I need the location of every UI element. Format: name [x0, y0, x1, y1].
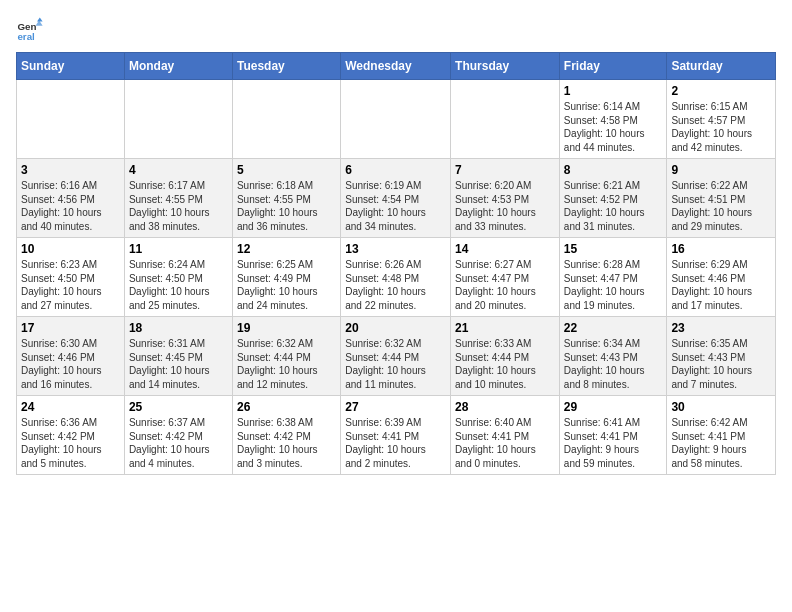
day-cell: 26Sunrise: 6:38 AM Sunset: 4:42 PM Dayli…: [232, 396, 340, 475]
day-number: 16: [671, 242, 771, 256]
day-number: 28: [455, 400, 555, 414]
day-cell: 28Sunrise: 6:40 AM Sunset: 4:41 PM Dayli…: [451, 396, 560, 475]
logo: Gen eral: [16, 16, 48, 44]
day-detail: Sunrise: 6:32 AM Sunset: 4:44 PM Dayligh…: [345, 337, 446, 391]
day-detail: Sunrise: 6:22 AM Sunset: 4:51 PM Dayligh…: [671, 179, 771, 233]
day-detail: Sunrise: 6:17 AM Sunset: 4:55 PM Dayligh…: [129, 179, 228, 233]
header: Gen eral: [16, 16, 776, 44]
day-cell: 10Sunrise: 6:23 AM Sunset: 4:50 PM Dayli…: [17, 238, 125, 317]
svg-marker-2: [37, 17, 43, 21]
day-number: 11: [129, 242, 228, 256]
day-cell: [124, 80, 232, 159]
day-number: 9: [671, 163, 771, 177]
day-detail: Sunrise: 6:34 AM Sunset: 4:43 PM Dayligh…: [564, 337, 663, 391]
day-number: 15: [564, 242, 663, 256]
day-detail: Sunrise: 6:19 AM Sunset: 4:54 PM Dayligh…: [345, 179, 446, 233]
day-detail: Sunrise: 6:28 AM Sunset: 4:47 PM Dayligh…: [564, 258, 663, 312]
day-detail: Sunrise: 6:27 AM Sunset: 4:47 PM Dayligh…: [455, 258, 555, 312]
day-detail: Sunrise: 6:18 AM Sunset: 4:55 PM Dayligh…: [237, 179, 336, 233]
day-detail: Sunrise: 6:42 AM Sunset: 4:41 PM Dayligh…: [671, 416, 771, 470]
day-cell: 18Sunrise: 6:31 AM Sunset: 4:45 PM Dayli…: [124, 317, 232, 396]
week-row-1: 1Sunrise: 6:14 AM Sunset: 4:58 PM Daylig…: [17, 80, 776, 159]
day-cell: 17Sunrise: 6:30 AM Sunset: 4:46 PM Dayli…: [17, 317, 125, 396]
day-cell: 2Sunrise: 6:15 AM Sunset: 4:57 PM Daylig…: [667, 80, 776, 159]
day-detail: Sunrise: 6:14 AM Sunset: 4:58 PM Dayligh…: [564, 100, 663, 154]
day-number: 5: [237, 163, 336, 177]
day-cell: 11Sunrise: 6:24 AM Sunset: 4:50 PM Dayli…: [124, 238, 232, 317]
week-row-2: 3Sunrise: 6:16 AM Sunset: 4:56 PM Daylig…: [17, 159, 776, 238]
day-detail: Sunrise: 6:35 AM Sunset: 4:43 PM Dayligh…: [671, 337, 771, 391]
day-cell: [451, 80, 560, 159]
week-row-4: 17Sunrise: 6:30 AM Sunset: 4:46 PM Dayli…: [17, 317, 776, 396]
day-cell: 13Sunrise: 6:26 AM Sunset: 4:48 PM Dayli…: [341, 238, 451, 317]
day-number: 24: [21, 400, 120, 414]
day-cell: 3Sunrise: 6:16 AM Sunset: 4:56 PM Daylig…: [17, 159, 125, 238]
calendar-table: SundayMondayTuesdayWednesdayThursdayFrid…: [16, 52, 776, 475]
day-cell: 9Sunrise: 6:22 AM Sunset: 4:51 PM Daylig…: [667, 159, 776, 238]
day-cell: 27Sunrise: 6:39 AM Sunset: 4:41 PM Dayli…: [341, 396, 451, 475]
day-cell: [232, 80, 340, 159]
day-number: 23: [671, 321, 771, 335]
header-cell-friday: Friday: [559, 53, 667, 80]
day-number: 27: [345, 400, 446, 414]
day-number: 30: [671, 400, 771, 414]
day-detail: Sunrise: 6:36 AM Sunset: 4:42 PM Dayligh…: [21, 416, 120, 470]
header-cell-tuesday: Tuesday: [232, 53, 340, 80]
day-number: 12: [237, 242, 336, 256]
day-detail: Sunrise: 6:39 AM Sunset: 4:41 PM Dayligh…: [345, 416, 446, 470]
day-cell: 22Sunrise: 6:34 AM Sunset: 4:43 PM Dayli…: [559, 317, 667, 396]
day-number: 2: [671, 84, 771, 98]
day-cell: 20Sunrise: 6:32 AM Sunset: 4:44 PM Dayli…: [341, 317, 451, 396]
day-detail: Sunrise: 6:25 AM Sunset: 4:49 PM Dayligh…: [237, 258, 336, 312]
header-row: SundayMondayTuesdayWednesdayThursdayFrid…: [17, 53, 776, 80]
day-cell: 29Sunrise: 6:41 AM Sunset: 4:41 PM Dayli…: [559, 396, 667, 475]
svg-text:eral: eral: [17, 31, 35, 42]
day-cell: 16Sunrise: 6:29 AM Sunset: 4:46 PM Dayli…: [667, 238, 776, 317]
day-number: 29: [564, 400, 663, 414]
day-detail: Sunrise: 6:33 AM Sunset: 4:44 PM Dayligh…: [455, 337, 555, 391]
day-detail: Sunrise: 6:37 AM Sunset: 4:42 PM Dayligh…: [129, 416, 228, 470]
day-detail: Sunrise: 6:41 AM Sunset: 4:41 PM Dayligh…: [564, 416, 663, 470]
day-detail: Sunrise: 6:21 AM Sunset: 4:52 PM Dayligh…: [564, 179, 663, 233]
day-cell: 14Sunrise: 6:27 AM Sunset: 4:47 PM Dayli…: [451, 238, 560, 317]
day-number: 25: [129, 400, 228, 414]
week-row-3: 10Sunrise: 6:23 AM Sunset: 4:50 PM Dayli…: [17, 238, 776, 317]
day-detail: Sunrise: 6:15 AM Sunset: 4:57 PM Dayligh…: [671, 100, 771, 154]
day-number: 13: [345, 242, 446, 256]
day-cell: 6Sunrise: 6:19 AM Sunset: 4:54 PM Daylig…: [341, 159, 451, 238]
header-cell-monday: Monday: [124, 53, 232, 80]
day-number: 6: [345, 163, 446, 177]
day-cell: 5Sunrise: 6:18 AM Sunset: 4:55 PM Daylig…: [232, 159, 340, 238]
day-detail: Sunrise: 6:24 AM Sunset: 4:50 PM Dayligh…: [129, 258, 228, 312]
day-cell: 21Sunrise: 6:33 AM Sunset: 4:44 PM Dayli…: [451, 317, 560, 396]
day-cell: 7Sunrise: 6:20 AM Sunset: 4:53 PM Daylig…: [451, 159, 560, 238]
logo-icon: Gen eral: [16, 16, 44, 44]
day-cell: 23Sunrise: 6:35 AM Sunset: 4:43 PM Dayli…: [667, 317, 776, 396]
day-number: 1: [564, 84, 663, 98]
day-number: 8: [564, 163, 663, 177]
day-detail: Sunrise: 6:29 AM Sunset: 4:46 PM Dayligh…: [671, 258, 771, 312]
day-number: 26: [237, 400, 336, 414]
header-cell-saturday: Saturday: [667, 53, 776, 80]
day-cell: 30Sunrise: 6:42 AM Sunset: 4:41 PM Dayli…: [667, 396, 776, 475]
day-number: 7: [455, 163, 555, 177]
day-detail: Sunrise: 6:23 AM Sunset: 4:50 PM Dayligh…: [21, 258, 120, 312]
day-cell: 4Sunrise: 6:17 AM Sunset: 4:55 PM Daylig…: [124, 159, 232, 238]
day-cell: 25Sunrise: 6:37 AM Sunset: 4:42 PM Dayli…: [124, 396, 232, 475]
week-row-5: 24Sunrise: 6:36 AM Sunset: 4:42 PM Dayli…: [17, 396, 776, 475]
day-detail: Sunrise: 6:38 AM Sunset: 4:42 PM Dayligh…: [237, 416, 336, 470]
day-cell: [17, 80, 125, 159]
day-number: 18: [129, 321, 228, 335]
day-number: 19: [237, 321, 336, 335]
day-number: 4: [129, 163, 228, 177]
day-number: 17: [21, 321, 120, 335]
day-cell: [341, 80, 451, 159]
header-cell-sunday: Sunday: [17, 53, 125, 80]
day-cell: 1Sunrise: 6:14 AM Sunset: 4:58 PM Daylig…: [559, 80, 667, 159]
day-number: 22: [564, 321, 663, 335]
day-detail: Sunrise: 6:31 AM Sunset: 4:45 PM Dayligh…: [129, 337, 228, 391]
day-number: 14: [455, 242, 555, 256]
day-cell: 19Sunrise: 6:32 AM Sunset: 4:44 PM Dayli…: [232, 317, 340, 396]
day-detail: Sunrise: 6:26 AM Sunset: 4:48 PM Dayligh…: [345, 258, 446, 312]
day-number: 21: [455, 321, 555, 335]
